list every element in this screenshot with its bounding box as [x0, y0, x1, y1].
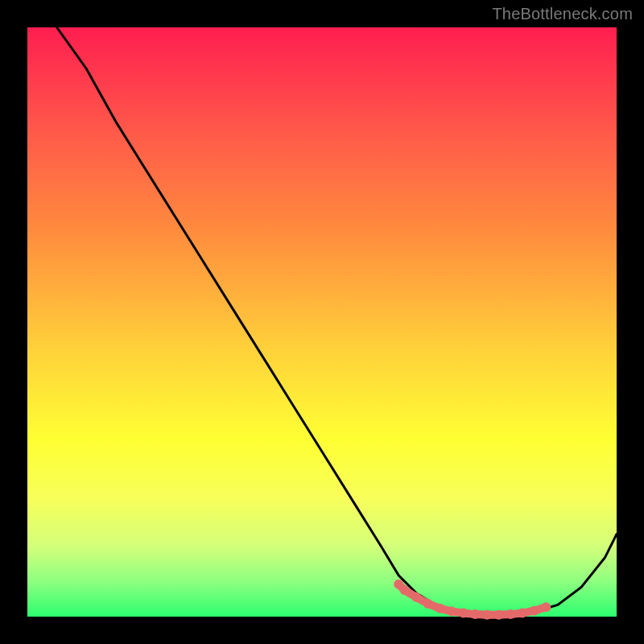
plot-area: [27, 27, 617, 617]
sweet-spot-dot: [470, 609, 480, 619]
sweet-spot-dot: [435, 604, 444, 613]
sweet-spot-markers: [394, 580, 551, 620]
watermark-text: TheBottleneck.com: [492, 5, 633, 23]
chart-svg: [27, 27, 617, 617]
sweet-spot-dot: [447, 606, 456, 616]
sweet-spot-dot: [400, 585, 410, 595]
bottleneck-curve: [57, 27, 617, 615]
chart-frame: TheBottleneck.com: [0, 0, 644, 644]
sweet-spot-dot: [530, 606, 539, 616]
sweet-spot-dot: [518, 609, 527, 618]
sweet-spot-dot: [482, 610, 492, 620]
sweet-spot-dot: [411, 592, 421, 602]
sweet-spot-dot: [423, 599, 433, 609]
sweet-spot-dot: [459, 609, 469, 618]
sweet-spot-dot: [494, 610, 504, 620]
sweet-spot-dot: [541, 602, 551, 612]
sweet-spot-dot: [506, 609, 515, 619]
